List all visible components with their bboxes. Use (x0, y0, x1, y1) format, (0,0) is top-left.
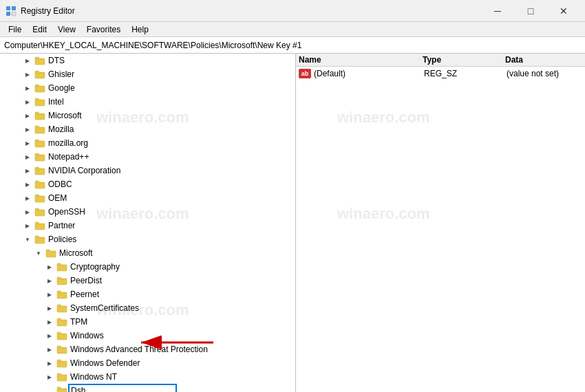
tree-arrow-defender[interactable] (44, 358, 55, 369)
address-bar: Computer\HKEY_LOCAL_MACHINE\SOFTWARE\Pol… (0, 37, 585, 54)
tree-arrow-google[interactable] (22, 83, 33, 94)
tree-arrow-policies[interactable] (22, 234, 33, 245)
address-path: Computer\HKEY_LOCAL_MACHINE\SOFTWARE\Pol… (4, 41, 301, 50)
tree-item-syscerts[interactable]: SystemCertificates (0, 301, 295, 315)
tree-item-google[interactable]: Google (0, 81, 295, 95)
tree-label-watp: Windows Advanced Threat Protection (69, 345, 208, 354)
tree-rename-input-newkey[interactable] (69, 384, 176, 392)
watermark-r1: winaero.com (337, 109, 429, 127)
tree-item-tpm[interactable]: TPM (0, 315, 295, 329)
tree-item-openssh[interactable]: OpenSSH (0, 205, 295, 219)
tree-label-odbc: ODBC (47, 179, 72, 189)
tree-arrow-microsoft[interactable] (22, 110, 33, 121)
tree-item-mozilla[interactable]: Mozilla (0, 122, 295, 136)
tree-arrow-peernet[interactable] (44, 289, 55, 300)
tree-item-newkey[interactable] (0, 384, 295, 392)
tree-item-odbc[interactable]: ODBC (0, 177, 295, 191)
tree-item-intel[interactable]: Intel (0, 95, 295, 109)
folder-icon-odbc (34, 179, 45, 190)
tree-item-notepad[interactable]: Notepad++ (0, 150, 295, 164)
detail-row-icon-0: ab (299, 69, 311, 78)
tree-item-ghisler[interactable]: Ghisler (0, 67, 295, 81)
tree-arrow-oem[interactable] (22, 193, 33, 204)
folder-icon-openssh (34, 206, 45, 217)
tree-item-policies[interactable]: Policies (0, 232, 295, 246)
tree-arrow-syscerts[interactable] (44, 303, 55, 314)
folder-icon-syscerts (56, 303, 67, 314)
menu-file[interactable]: File (3, 23, 27, 36)
detail-name-0: (Default) (314, 69, 424, 78)
tree-arrow-odbc[interactable] (22, 179, 33, 190)
tree-arrow-winnt[interactable] (44, 371, 55, 382)
tree-arrow-nvidia[interactable] (22, 165, 33, 176)
menu-view[interactable]: View (52, 23, 81, 36)
tree-arrow-openssh[interactable] (22, 206, 33, 217)
tree-arrow-crypto[interactable] (44, 261, 55, 272)
tree-label-oem: OEM (47, 193, 67, 203)
tree-arrow-mozilla[interactable] (22, 124, 33, 135)
detail-row-0[interactable]: ab(Default)REG_SZ(value not set) (296, 67, 585, 80)
tree-item-pol-ms[interactable]: Microsoft (0, 246, 295, 260)
tree-arrow-intel[interactable] (22, 96, 33, 107)
tree-label-peerdist: PeerDist (69, 276, 102, 285)
menu-edit[interactable]: Edit (27, 23, 52, 36)
tree-label-syscerts: SystemCertificates (69, 303, 139, 313)
folder-icon-google (34, 83, 45, 94)
folder-icon-windows (56, 330, 67, 341)
tree-arrow-partner[interactable] (22, 220, 33, 231)
tree-item-peernet[interactable]: Peernet (0, 287, 295, 301)
tree-arrow-pol-ms[interactable] (33, 248, 44, 259)
folder-icon-nvidia (34, 165, 45, 176)
menu-help[interactable]: Help (126, 23, 154, 36)
menu-favorites[interactable]: Favorites (81, 23, 126, 36)
tree-label-windows: Windows (69, 331, 104, 340)
tree-arrow-watp[interactable] (44, 344, 55, 355)
tree-label-policies: Policies (47, 235, 76, 244)
tree-item-defender[interactable]: Windows Defender (0, 356, 295, 370)
tree-item-oem[interactable]: OEM (0, 191, 295, 205)
detail-data-0: (value not set) (507, 69, 582, 78)
tree-item-mozillaorg[interactable]: mozilla.org (0, 136, 295, 150)
tree-label-google: Google (47, 83, 75, 93)
tree-label-defender: Windows Defender (69, 358, 140, 368)
tree-arrow-notepad[interactable] (22, 151, 33, 162)
svg-rect-1 (12, 6, 16, 10)
tree-item-windows[interactable]: Windows (0, 329, 295, 342)
tree-arrow-dts[interactable] (22, 55, 33, 66)
svg-rect-2 (6, 12, 10, 16)
folder-icon-oem (34, 193, 45, 204)
tree-panel[interactable]: winaero.comwinaero.comwinaero.com DTS Gh… (0, 54, 296, 392)
folder-icon-crypto (56, 261, 67, 272)
tree-label-peernet: Peernet (69, 290, 99, 299)
tree-arrow-mozillaorg[interactable] (22, 138, 33, 149)
maximize-button[interactable]: □ (515, 0, 546, 22)
tree-arrow-windows[interactable] (44, 330, 55, 341)
folder-icon-mozilla (34, 124, 45, 135)
tree-label-crypto: Cryptography (69, 262, 120, 272)
folder-icon-peerdist (56, 275, 67, 286)
tree-item-microsoft[interactable]: Microsoft (0, 109, 295, 122)
minimize-button[interactable]: ─ (482, 0, 513, 22)
tree-item-crypto[interactable]: Cryptography (0, 260, 295, 274)
tree-item-winnt[interactable]: Windows NT (0, 370, 295, 384)
tree-item-dts[interactable]: DTS (0, 54, 295, 67)
tree-item-watp[interactable]: Windows Advanced Threat Protection (0, 342, 295, 356)
folder-icon-watp (56, 344, 67, 355)
tree-arrow-ghisler[interactable] (22, 69, 33, 80)
tree-label-mozillaorg: mozilla.org (47, 138, 88, 148)
close-button[interactable]: ✕ (548, 0, 579, 22)
menubar: File Edit View Favorites Help (0, 22, 585, 37)
tree-label-partner: Partner (47, 221, 75, 230)
tree-item-nvidia[interactable]: NVIDIA Corporation (0, 164, 295, 177)
tree-label-mozilla: Mozilla (47, 124, 74, 134)
tree-arrow-tpm[interactable] (44, 316, 55, 327)
tree-label-pol-ms: Microsoft (58, 248, 93, 258)
tree-label-tpm: TPM (69, 317, 87, 327)
tree-item-partner[interactable]: Partner (0, 219, 295, 232)
tree-arrow-peerdist[interactable] (44, 275, 55, 286)
col-type-header: Type (423, 55, 505, 65)
tree-item-peerdist[interactable]: PeerDist (0, 274, 295, 287)
watermark-r2: winaero.com (337, 205, 429, 223)
folder-icon-mozillaorg (34, 138, 45, 149)
folder-icon-peernet (56, 289, 67, 300)
